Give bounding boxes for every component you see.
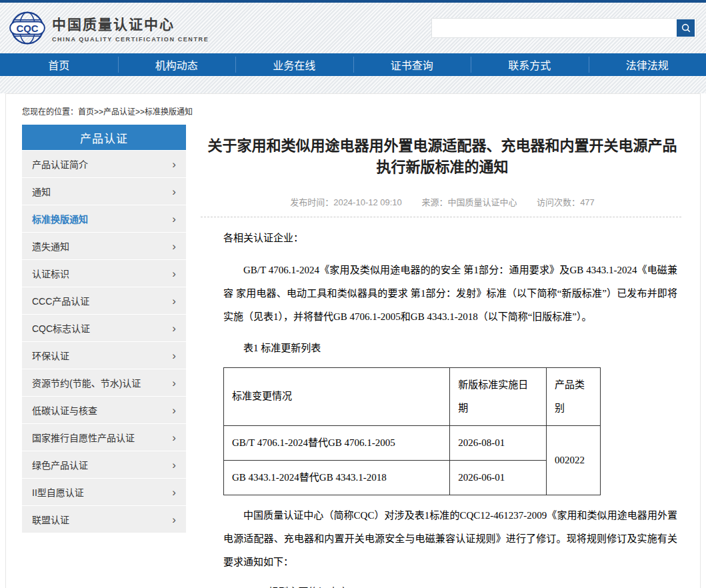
table-row: GB 4343.1-2024替代GB 4343.1-2018 2026-06-0… <box>224 460 601 495</box>
column-header-change: 标准变更情况 <box>224 367 450 425</box>
chevron-right-icon: › <box>172 295 176 307</box>
publish-time: 发布时间：2024-10-12 09:10 <box>290 197 402 207</box>
site-title: 中国质量认证中心 <box>52 13 209 33</box>
sidebar-item-cert-mark[interactable]: 认证标识 › <box>22 260 186 287</box>
article: 关于家用和类似用途电器用外置电源适配器、充电器和内置开关电源产品执行新版标准的通… <box>201 125 684 588</box>
cell-change-2: GB 4343.1-2024替代GB 4343.1-2018 <box>224 460 450 495</box>
table-caption: 表1 标准更新列表 <box>223 337 677 360</box>
article-title: 关于家用和类似用途电器用外置电源适配器、充电器和内置开关电源产品执行新版标准的通… <box>205 135 680 178</box>
chevron-right-icon: › <box>172 213 176 225</box>
chevron-right-icon: › <box>172 159 176 170</box>
cell-date-1: 2026-08-01 <box>450 425 547 460</box>
nav-item-laws[interactable]: 法律法规 <box>589 53 706 76</box>
nav-item-news[interactable]: 机构动态 <box>118 53 236 76</box>
sidebar-item-notice[interactable]: 通知 › <box>22 178 186 205</box>
paragraph-2: 中国质量认证中心（简称CQC）对涉及表1标准的CQC12-461237-2009… <box>223 504 677 574</box>
search-input[interactable] <box>432 19 677 37</box>
sidebar-item-environmental-cert[interactable]: 环保认证 › <box>22 342 186 369</box>
table-header-row: 标准变更情况 新版标准实施日期 产品类别 <box>224 367 601 425</box>
column-header-category: 产品类别 <box>547 367 601 425</box>
article-body: 各相关认证企业： GB/T 4706.1-2024《家用及类似用途电器的的安全 … <box>201 217 684 588</box>
chevron-right-icon: › <box>172 241 176 252</box>
nav-item-contact[interactable]: 联系方式 <box>471 53 589 76</box>
section-heading-1: 一、 规则主要修订内容 <box>223 581 677 588</box>
sidebar-item-standard-change-notice[interactable]: 标准换版通知 › <box>22 205 186 232</box>
chevron-right-icon: › <box>172 268 176 279</box>
chevron-right-icon: › <box>172 377 176 389</box>
sidebar-item-type2-voluntary-cert[interactable]: II型自愿认证 › <box>22 479 186 505</box>
table-row: GB/T 4706.1-2024替代GB 4706.1-2005 2026-08… <box>224 425 601 460</box>
sidebar-item-loss-notice[interactable]: 遗失通知 › <box>22 233 186 259</box>
view-count: 访问次数：477 <box>537 197 595 207</box>
standard-update-table: 标准变更情况 新版标准实施日期 产品类别 GB/T 4706.1-2024替代G… <box>223 367 601 495</box>
chevron-right-icon: › <box>172 186 176 197</box>
search-icon <box>681 23 691 33</box>
paragraph-1: GB/T 4706.1-2024《家用及类似用途电器的的安全 第1部分：通用要求… <box>223 259 677 329</box>
nav-item-home[interactable]: 首页 <box>0 53 118 76</box>
salutation: 各相关认证企业： <box>223 227 677 250</box>
content-wrapper: 您现在的位置：首页>>产品认证>>标准换版通知 产品认证 产品认证简介 › 通知… <box>5 93 701 588</box>
cell-date-2: 2026-06-01 <box>450 460 547 495</box>
breadcrumb-path[interactable]: 首页>>产品认证>>标准换版通知 <box>78 107 193 117</box>
sidebar-item-product-cert-intro[interactable]: 产品认证简介 › <box>22 151 186 177</box>
breadcrumb-label: 您现在的位置： <box>22 107 78 117</box>
nav-sub-strip <box>0 76 706 93</box>
sidebar-title: 产品认证 <box>22 125 186 150</box>
sidebar-item-green-product-cert[interactable]: 绿色产品认证 › <box>22 451 186 478</box>
site-header: CQC 中国质量认证中心 CHINA QUALITY CERTIFICATION… <box>0 3 706 53</box>
sidebar-item-alliance-cert[interactable]: 联盟认证 › <box>22 506 186 533</box>
sidebar-item-cqc-mark-cert[interactable]: CQC标志认证 › <box>22 315 186 341</box>
chevron-right-icon: › <box>172 487 176 498</box>
chevron-right-icon: › <box>172 350 176 361</box>
main-nav: 首页 机构动态 业务在线 证书查询 联系方式 法律法规 <box>0 53 706 76</box>
chevron-right-icon: › <box>172 405 176 416</box>
cell-change-1: GB/T 4706.1-2024替代GB 4706.1-2005 <box>224 425 450 460</box>
nav-item-cert-query[interactable]: 证书查询 <box>353 53 471 76</box>
site-logo[interactable]: CQC 中国质量认证中心 CHINA QUALITY CERTIFICATION… <box>9 10 209 46</box>
nav-item-online[interactable]: 业务在线 <box>235 53 353 76</box>
search-button[interactable] <box>677 19 695 37</box>
chevron-right-icon: › <box>172 432 176 443</box>
sidebar-item-ccc-product-cert[interactable]: CCC产品认证 › <box>22 287 186 314</box>
article-meta: 发布时间：2024-10-12 09:10 来源：中国质量认证中心 访问次数：4… <box>201 195 684 208</box>
cell-category-merged: 002022 <box>547 425 601 495</box>
cqc-badge-text: CQC <box>17 23 39 34</box>
search-bar <box>431 18 697 38</box>
sidebar-item-national-voluntary-cert[interactable]: 国家推行自愿性产品认证 › <box>22 424 186 451</box>
article-source: 来源：中国质量认证中心 <box>421 197 517 207</box>
breadcrumb: 您现在的位置：首页>>产品认证>>标准换版通知 <box>6 94 700 125</box>
site-subtitle: CHINA QUALITY CERTIFICATION CENTRE <box>52 36 209 43</box>
chevron-right-icon: › <box>172 514 176 525</box>
chevron-right-icon: › <box>172 459 176 471</box>
sidebar-item-low-carbon-cert[interactable]: 低碳认证与核查 › <box>22 397 186 423</box>
cqc-globe-icon: CQC <box>9 10 45 46</box>
sidebar: 产品认证 产品认证简介 › 通知 › 标准换版通知 › 遗失通知 › 认证标识 … <box>22 125 186 533</box>
chevron-right-icon: › <box>172 323 176 334</box>
logo-text: 中国质量认证中心 CHINA QUALITY CERTIFICATION CEN… <box>52 13 209 43</box>
column-header-date: 新版标准实施日期 <box>450 367 547 425</box>
sidebar-item-resource-saving-cert[interactable]: 资源节约(节能、节水)认证 › <box>22 369 186 396</box>
